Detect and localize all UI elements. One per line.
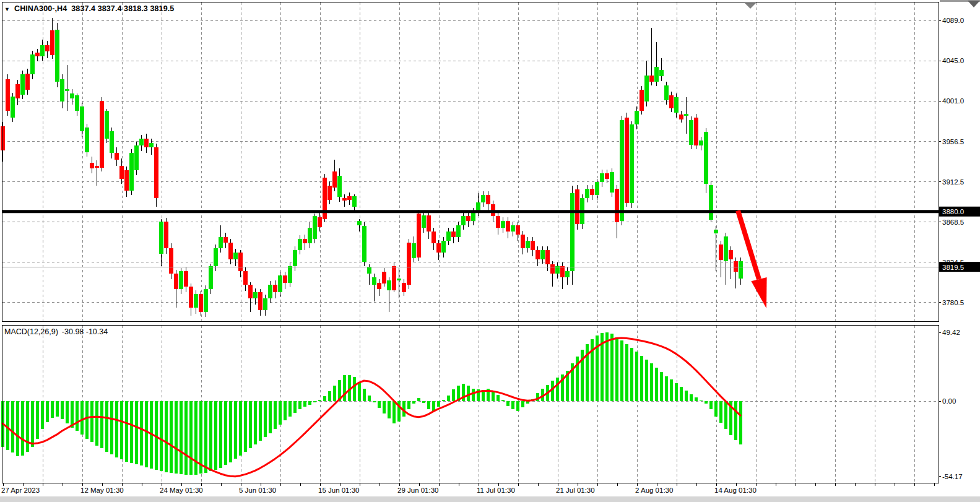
red-down-arrow[interactable] — [738, 210, 767, 308]
price-gridlines — [2, 20, 938, 303]
last-bar-marker-icon — [745, 3, 756, 9]
time-axis-labels: 27 Apr 202312 May 01:3024 May 01:305 Jun… — [1, 487, 757, 494]
svg-text:3868.5: 3868.5 — [942, 219, 964, 226]
mt4-chart-window: 4089.04045.04001.03956.53912.53868.53824… — [0, 0, 980, 502]
svg-text:3780.5: 3780.5 — [942, 299, 964, 306]
candlesticks — [1, 18, 743, 317]
macd-axis-labels: 49.420.00-54.17 — [939, 329, 963, 480]
svg-text:3819.5: 3819.5 — [942, 264, 964, 271]
svg-text:27 Apr 2023: 27 Apr 2023 — [1, 487, 40, 494]
time-axis-ticks — [3, 483, 934, 486]
vertical-gridlines — [43, 2, 914, 482]
svg-text:-54.17: -54.17 — [942, 473, 963, 480]
svg-text:24 May 01:30: 24 May 01:30 — [160, 487, 203, 494]
svg-text:5 Jun 01:30: 5 Jun 01:30 — [239, 487, 276, 494]
svg-text:14 Aug 01:30: 14 Aug 01:30 — [714, 487, 757, 494]
macd-indicator-values: -30.98 -10.34 — [62, 327, 108, 336]
svg-text:11 Jul 01:30: 11 Jul 01:30 — [477, 487, 515, 494]
svg-text:4089.0: 4089.0 — [942, 17, 964, 24]
symbol-dropdown-icon[interactable]: ▼ — [4, 7, 10, 12]
ohlc-readout: 3837.4 3837.4 3818.3 3819.5 — [71, 4, 174, 13]
svg-text:3880.0: 3880.0 — [942, 208, 964, 215]
macd-indicator-label-row: MACD(12,26,9) -30.98 -10.34 — [4, 327, 108, 336]
horizontal-line-3880[interactable] — [2, 210, 939, 213]
svg-text:0.00: 0.00 — [942, 397, 956, 405]
svg-text:21 Jul 01:30: 21 Jul 01:30 — [556, 487, 595, 494]
macd-histogram — [1, 332, 742, 475]
symbol-period-label: CHINA300-,H4 — [14, 4, 67, 13]
svg-text:15 Jun 01:30: 15 Jun 01:30 — [318, 487, 360, 494]
corner-resize-icon — [968, 1, 980, 7]
price-badges: 3880.03819.5 — [939, 207, 980, 272]
svg-text:29 Jun 01:30: 29 Jun 01:30 — [397, 487, 439, 494]
svg-text:3912.5: 3912.5 — [942, 178, 964, 186]
chart-canvas[interactable]: 4089.04045.04001.03956.53912.53868.53824… — [0, 0, 980, 502]
svg-text:12 May 01:30: 12 May 01:30 — [80, 487, 124, 494]
svg-text:49.42: 49.42 — [942, 329, 960, 336]
svg-text:4001.0: 4001.0 — [942, 97, 964, 105]
svg-text:4045.0: 4045.0 — [942, 57, 964, 64]
macd-indicator-name: MACD(12,26,9) — [4, 327, 58, 336]
svg-text:3956.5: 3956.5 — [942, 138, 964, 145]
svg-text:2 Aug 01:30: 2 Aug 01:30 — [635, 487, 673, 494]
chart-title-row: ▼ CHINA300-,H4 3837.4 3837.4 3818.3 3819… — [4, 4, 174, 13]
